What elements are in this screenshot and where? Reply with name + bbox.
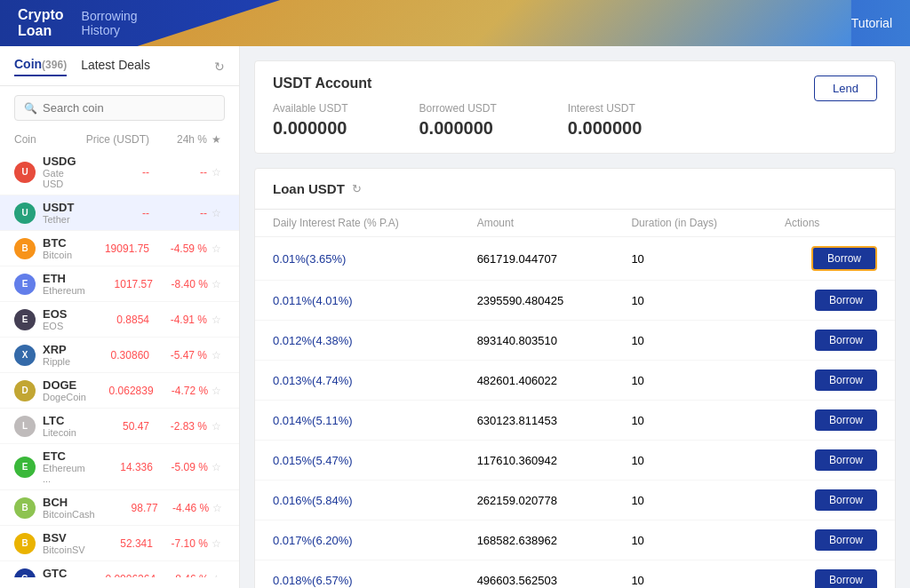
table-row: 0.015%(5.47%)117610.36094210Borrow bbox=[255, 441, 895, 481]
amount-cell-6: 262159.020778 bbox=[459, 481, 614, 520]
coin-row-usdg[interactable]: UUSDGGate USD----☆ bbox=[0, 149, 239, 195]
coin-row-eth[interactable]: EETHEthereum1017.57-8.40 %☆ bbox=[0, 266, 239, 302]
coin-star-ltc[interactable]: ☆ bbox=[207, 420, 225, 433]
borrow-button-0[interactable]: Borrow bbox=[811, 246, 877, 271]
duration-cell-5: 10 bbox=[613, 441, 767, 481]
action-cell-8: Borrow bbox=[767, 560, 895, 589]
coin-star-eos[interactable]: ☆ bbox=[207, 314, 225, 326]
th-amount: Amount bbox=[459, 210, 614, 237]
borrow-button-5[interactable]: Borrow bbox=[815, 449, 877, 471]
header-banner bbox=[138, 0, 851, 46]
coin-icon-eth: E bbox=[14, 274, 36, 295]
coin-price-eos: 0.8854 bbox=[78, 314, 149, 326]
table-row: 0.012%(4.38%)893140.80351010Borrow bbox=[255, 321, 895, 361]
table-row: 0.017%(6.20%)168582.63896210Borrow bbox=[255, 520, 895, 560]
loan-refresh-icon[interactable]: ↻ bbox=[352, 182, 362, 195]
coin-star-bch[interactable]: ☆ bbox=[209, 502, 225, 514]
borrow-button-3[interactable]: Borrow bbox=[815, 369, 877, 391]
coin-star-eth[interactable]: ☆ bbox=[208, 278, 225, 290]
coin-row-bch[interactable]: BBCHBitcoinCash98.77-4.46 %☆ bbox=[0, 490, 239, 526]
coin-row-btc[interactable]: BBTCBitcoin19091.75-4.59 %☆ bbox=[0, 231, 239, 266]
coin-icon-xrp: X bbox=[14, 345, 36, 366]
rate-cell-6: 0.016%(5.84%) bbox=[255, 481, 459, 520]
duration-cell-0: 10 bbox=[613, 237, 767, 281]
coin-price-bch: 98.77 bbox=[95, 502, 158, 514]
coin-icon-btc: B bbox=[14, 238, 36, 259]
coin-star-usdt[interactable]: ☆ bbox=[207, 207, 225, 219]
coin-info-eos: EOSEOS bbox=[43, 307, 78, 331]
loan-section: Loan USDT ↻ Daily Interest Rate (% P.A) … bbox=[254, 168, 896, 588]
coin-row-gtc[interactable]: GGTCGame.com0.0006264-8.46 %☆ bbox=[0, 561, 239, 577]
borrow-button-6[interactable]: Borrow bbox=[815, 489, 877, 511]
duration-cell-4: 10 bbox=[613, 401, 767, 441]
coin-row-doge[interactable]: DDOGEDogeCoin0.062839-4.72 %☆ bbox=[0, 373, 239, 409]
duration-cell-2: 10 bbox=[613, 321, 767, 361]
content-area: USDT Account Available USDT 0.000000 Bor… bbox=[240, 46, 910, 588]
coin-info-eth: ETHEthereum bbox=[43, 272, 85, 296]
coin-row-etc[interactable]: EETCEthereum ...14.336-5.09 %☆ bbox=[0, 444, 239, 490]
coin-row-eos[interactable]: EEOSEOS0.8854-4.91 %☆ bbox=[0, 302, 239, 338]
coin-icon-bsv: B bbox=[14, 533, 36, 554]
coin-change-usdg: -- bbox=[149, 166, 207, 179]
coin-star-btc[interactable]: ☆ bbox=[207, 242, 225, 255]
action-cell-4: Borrow bbox=[767, 401, 895, 441]
coin-row-ltc[interactable]: LLTCLitecoin50.47-2.83 %☆ bbox=[0, 409, 239, 444]
amount-cell-0: 661719.044707 bbox=[459, 237, 614, 281]
th-duration: Duration (in Days) bbox=[613, 210, 767, 237]
header-logo[interactable]: Crypto Loan bbox=[18, 7, 64, 39]
table-row: 0.013%(4.74%)482601.40602210Borrow bbox=[255, 361, 895, 401]
coin-star-usdg[interactable]: ☆ bbox=[207, 166, 225, 179]
header-nav: Crypto Loan Borrowing History bbox=[18, 7, 138, 39]
action-cell-6: Borrow bbox=[767, 481, 895, 520]
coin-row-xrp[interactable]: XXRPRipple0.30860-5.47 %☆ bbox=[0, 338, 239, 373]
col-price: Price (USDT) bbox=[78, 133, 149, 146]
duration-cell-8: 10 bbox=[613, 560, 767, 589]
borrow-button-8[interactable]: Borrow bbox=[815, 569, 877, 588]
tutorial-link[interactable]: Tutorial bbox=[851, 16, 892, 30]
borrow-button-1[interactable]: Borrow bbox=[815, 290, 877, 311]
coin-star-doge[interactable]: ☆ bbox=[208, 385, 225, 397]
coin-row-bsv[interactable]: BBSVBitcoinSV52.341-7.10 %☆ bbox=[0, 526, 239, 561]
rate-cell-8: 0.018%(6.57%) bbox=[255, 560, 459, 589]
coin-change-ltc: -2.83 % bbox=[149, 420, 207, 433]
coin-price-xrp: 0.30860 bbox=[78, 349, 149, 362]
search-input[interactable] bbox=[43, 101, 215, 115]
account-card: USDT Account Available USDT 0.000000 Bor… bbox=[254, 60, 896, 154]
coin-star-xrp[interactable]: ☆ bbox=[207, 349, 225, 362]
borrow-button-7[interactable]: Borrow bbox=[815, 529, 877, 551]
header: Crypto Loan Borrowing History Tutorial bbox=[0, 0, 910, 46]
coin-row-usdt[interactable]: UUSDTTether----☆ bbox=[0, 195, 239, 231]
coin-change-xrp: -5.47 % bbox=[149, 349, 207, 362]
header-borrowing-history[interactable]: Borrowing History bbox=[82, 9, 138, 37]
coin-price-bsv: 52.341 bbox=[85, 537, 153, 550]
tab-coin[interactable]: Coin(396) bbox=[14, 57, 67, 76]
interest-usdt-stat: Interest USDT 0.000000 bbox=[568, 102, 642, 139]
refresh-icon[interactable]: ↻ bbox=[214, 60, 225, 74]
lend-button[interactable]: Lend bbox=[814, 75, 877, 101]
coin-list: UUSDGGate USD----☆UUSDTTether----☆BBTCBi… bbox=[0, 149, 239, 577]
account-title: USDT Account bbox=[273, 75, 814, 91]
coin-star-etc[interactable]: ☆ bbox=[208, 461, 225, 473]
borrowed-usdt-stat: Borrowed USDT 0.000000 bbox=[419, 102, 496, 139]
coin-price-ltc: 50.47 bbox=[78, 420, 149, 433]
coin-icon-doge: D bbox=[14, 380, 36, 401]
loan-table: Daily Interest Rate (% P.A) Amount Durat… bbox=[255, 210, 895, 588]
action-cell-7: Borrow bbox=[767, 520, 895, 560]
amount-cell-8: 496603.562503 bbox=[459, 560, 614, 589]
coin-star-bsv[interactable]: ☆ bbox=[208, 537, 225, 550]
coin-price-etc: 14.336 bbox=[85, 461, 153, 473]
coin-icon-ltc: L bbox=[14, 416, 36, 437]
table-row: 0.018%(6.57%)496603.56250310Borrow bbox=[255, 560, 895, 589]
rate-cell-3: 0.013%(4.74%) bbox=[255, 361, 459, 401]
coin-info-etc: ETCEthereum ... bbox=[43, 449, 85, 484]
coin-change-usdt: -- bbox=[149, 207, 207, 219]
coin-icon-usdg: U bbox=[14, 162, 36, 183]
col-star: ★ bbox=[207, 133, 225, 146]
coin-table-header: Coin Price (USDT) 24h % ★ bbox=[0, 130, 239, 149]
coin-star-gtc[interactable]: ☆ bbox=[209, 573, 225, 578]
tab-latest-deals[interactable]: Latest Deals bbox=[81, 58, 150, 75]
sidebar-tabs: Coin(396) Latest Deals ↻ bbox=[0, 57, 239, 86]
search-icon: 🔍 bbox=[24, 102, 37, 115]
borrow-button-4[interactable]: Borrow bbox=[815, 409, 877, 431]
borrow-button-2[interactable]: Borrow bbox=[815, 330, 877, 351]
